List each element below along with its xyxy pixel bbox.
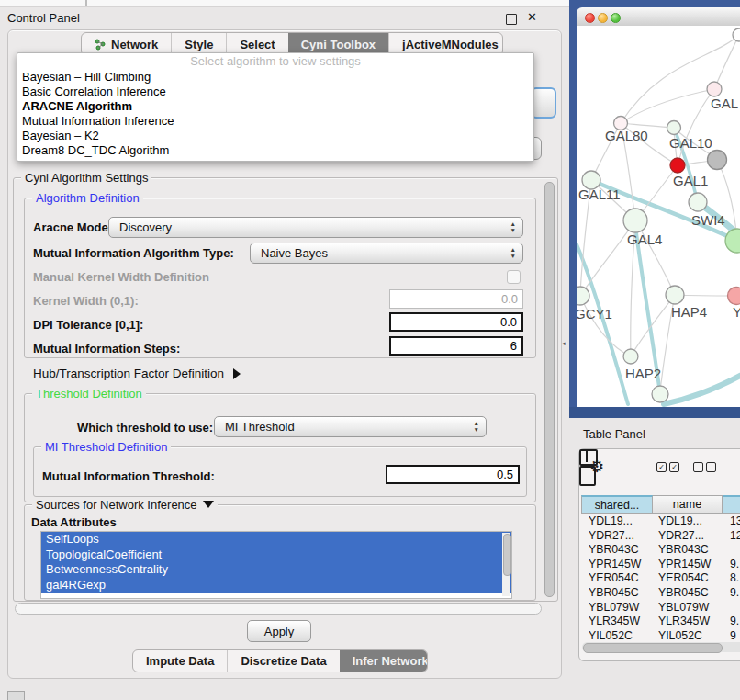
table-cell[interactable]: YPR145W — [658, 558, 711, 572]
mi-threshold-input[interactable]: 0.5 — [386, 465, 520, 484]
gear-icon[interactable]: ⚙ — [589, 457, 604, 477]
network-node[interactable] — [623, 349, 638, 364]
table-cell[interactable]: YDL19... — [589, 514, 633, 529]
table-cell[interactable]: YBR045C — [589, 586, 639, 601]
sources-toggle[interactable]: Sources for Network Inference — [32, 498, 218, 512]
dropdown-item[interactable]: Mutual Information Inference — [22, 114, 529, 129]
unchecked-box-icon[interactable] — [693, 462, 703, 472]
table-cell[interactable]: 8. — [730, 571, 739, 586]
table-cell[interactable]: YBR045C — [658, 586, 709, 601]
kernel-width-label: Kernel Width (0,1): — [33, 294, 139, 308]
float-window-icon[interactable] — [506, 14, 517, 25]
network-node[interactable] — [707, 82, 722, 96]
network-node[interactable] — [670, 158, 685, 173]
network-node[interactable] — [689, 193, 707, 211]
table-cell[interactable]: YPR145W — [589, 558, 641, 572]
settings-horizontal-scrollbar[interactable] — [15, 603, 542, 615]
table-cell[interactable]: YBL079W — [658, 601, 709, 615]
zoom-traffic-light-icon[interactable] — [611, 13, 621, 23]
network-node[interactable] — [652, 386, 668, 402]
network-node[interactable] — [725, 229, 740, 253]
table-cell[interactable]: YIL052C — [589, 629, 633, 639]
network-node[interactable] — [728, 288, 740, 305]
network-node[interactable] — [733, 28, 740, 41]
tab-impute-data[interactable]: Impute Data — [133, 650, 227, 672]
column-header-third[interactable] — [723, 495, 740, 514]
table-cell[interactable]: YBR043C — [589, 543, 639, 558]
network-node[interactable] — [577, 287, 589, 305]
table-cell[interactable]: YER054C — [658, 571, 709, 586]
table-row[interactable]: YLR345WYLR345W9. — [581, 615, 740, 629]
dropdown-item[interactable]: Bayesian – Hill Climbing — [22, 70, 529, 85]
tab-discretize-data[interactable]: Discretize Data — [227, 650, 339, 672]
dropdown-item[interactable]: Dream8 DC_TDC Algorithm — [22, 143, 529, 158]
checked-box-icon[interactable]: ✓ — [669, 462, 679, 472]
table-cell[interactable]: 13 — [730, 514, 740, 529]
table-cell[interactable]: YER054C — [589, 571, 639, 586]
dropdown-item-selected[interactable]: ARACNE Algorithm — [22, 99, 529, 114]
table-cell[interactable]: YLR345W — [589, 615, 640, 629]
manual-kernel-checkbox[interactable] — [507, 270, 521, 284]
close-traffic-light-icon[interactable] — [585, 13, 595, 23]
scrollbar-thumb[interactable] — [503, 534, 511, 576]
table-horizontal-scrollbar[interactable] — [582, 642, 740, 652]
checked-box-icon[interactable]: ✓ — [656, 462, 667, 472]
table-cell[interactable]: YBL079W — [589, 601, 639, 615]
dropdown-item[interactable]: Basic Correlation Inference — [22, 85, 529, 99]
table-row[interactable]: YER054CYER054C8. — [581, 571, 740, 586]
which-threshold-select[interactable]: MI Threshold ▲▼ — [214, 416, 487, 437]
table-row[interactable]: YBR043CYBR043C — [581, 543, 740, 558]
column-header-name[interactable]: name — [653, 495, 723, 514]
network-window-titlebar[interactable] — [577, 7, 740, 27]
list-item[interactable]: gal4RGexp — [41, 578, 511, 593]
table-cell[interactable]: 9. — [730, 586, 739, 601]
hub-section-toggle[interactable]: Hub/Transcription Factor Definition — [33, 367, 241, 380]
table-row[interactable]: YIL052CYIL052C9 — [581, 629, 740, 639]
splitter-grip-icon[interactable]: ◂ — [562, 339, 567, 347]
tab-infer-network[interactable]: Infer Network — [340, 650, 428, 672]
tab-label: Select — [240, 38, 275, 51]
network-view-window[interactable]: GALGAL80GAL10GAL1GAL11SWI4GAL4GCY1HAP4YH… — [577, 7, 740, 407]
table-cell[interactable]: YIL052C — [658, 629, 702, 639]
mi-type-select[interactable]: Naive Bayes ▲▼ — [250, 243, 523, 264]
table-cell[interactable]: 12 — [730, 529, 740, 544]
settings-vertical-scrollbar[interactable] — [544, 181, 554, 596]
list-scrollbar[interactable] — [502, 533, 510, 596]
network-node[interactable] — [667, 121, 681, 135]
aracne-mode-select[interactable]: Discovery ▲▼ — [108, 217, 523, 238]
scrollbar-thumb[interactable] — [583, 643, 723, 653]
list-item[interactable]: SelfLoops — [41, 532, 511, 548]
table-cell[interactable]: YDR27... — [658, 529, 704, 544]
list-item[interactable]: BetweennessCentrality — [41, 562, 511, 578]
scrollbar-thumb[interactable] — [544, 182, 555, 597]
table-row[interactable]: YPR145WYPR145W9. — [581, 558, 740, 572]
unchecked-box-icon[interactable] — [706, 462, 716, 472]
dpi-tolerance-input[interactable]: 0.0 — [389, 312, 523, 332]
network-canvas[interactable]: GALGAL80GAL10GAL1GAL11SWI4GAL4GCY1HAP4YH… — [577, 26, 740, 407]
network-node[interactable] — [623, 209, 647, 232]
network-node[interactable] — [708, 151, 727, 170]
table-row[interactable]: YBR045CYBR045C9. — [581, 586, 740, 601]
table-cell[interactable]: YDR27... — [589, 529, 634, 544]
table-row[interactable]: YBL079WYBL079W — [581, 601, 740, 615]
dropdown-item[interactable]: Bayesian – K2 — [22, 129, 529, 143]
mi-steps-input[interactable]: 6 — [389, 336, 523, 356]
dropdown-hint: Select algorithm to view settings — [17, 54, 533, 68]
table-cell[interactable]: 9 — [730, 629, 736, 639]
data-attributes-list[interactable]: SelfLoops TopologicalCoefficient Between… — [40, 531, 512, 599]
table-cell[interactable]: 9. — [730, 558, 739, 572]
list-item[interactable]: TopologicalCoefficient — [41, 548, 511, 563]
table-cell[interactable]: YLR345W — [658, 615, 710, 629]
table-row[interactable]: YDL19...YDL19...13 — [581, 514, 740, 529]
kernel-width-input[interactable]: 0.0 — [389, 289, 523, 309]
table-cell[interactable]: YBR043C — [658, 543, 709, 558]
column-header-shared[interactable]: shared... — [581, 495, 653, 514]
bottom-tabbar: Impute Data Discretize Data Infer Networ… — [132, 649, 428, 672]
table-cell[interactable]: YDL19... — [658, 514, 702, 529]
apply-button[interactable]: Apply — [247, 620, 311, 642]
table-cell[interactable]: 9. — [730, 615, 739, 629]
minimize-traffic-light-icon[interactable] — [598, 13, 608, 23]
network-node[interactable] — [666, 286, 684, 304]
close-icon[interactable]: ✕ — [527, 10, 537, 24]
table-row[interactable]: YDR27...YDR27...12 — [581, 529, 740, 544]
